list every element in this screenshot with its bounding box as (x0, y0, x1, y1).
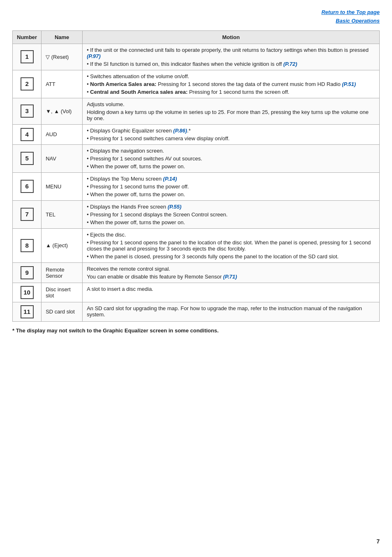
motion-text: • Displays the Hands Free screen (87, 204, 168, 210)
table-row: 4AUD• Displays Graphic Equalizer screen … (13, 124, 380, 144)
motion-text: • Displays Graphic Equalizer screen (87, 128, 173, 134)
table-row: 11SD card slotAn SD card slot for upgrad… (13, 302, 380, 321)
ref-link[interactable]: (P.86) (173, 128, 187, 134)
number-box: 7 (21, 208, 34, 221)
motion-line: • Displays the Top Menu screen (P.14) (87, 176, 375, 182)
motion-line: • When the power off, turns the power on… (87, 191, 375, 197)
motion-line: A slot to insert a disc media. (87, 286, 375, 292)
motion-line: • Pressing for 1 second turns the power … (87, 183, 375, 190)
number-box: 8 (21, 239, 34, 252)
name-cell: MENU (42, 172, 83, 200)
motion-line: • Pressing for 1 second switches camera … (87, 135, 375, 142)
motion-line: Receives the remote control signal. (87, 266, 375, 272)
table-row: 1▽ (Reset)• If the unit or the connected… (13, 44, 380, 70)
number-cell: 7 (13, 200, 42, 228)
basic-ops-link[interactable]: Basic Operations (336, 18, 380, 24)
number-cell: 1 (13, 44, 42, 70)
number-cell: 11 (13, 302, 42, 321)
number-cell: 5 (13, 144, 42, 172)
col-number: Number (13, 30, 42, 44)
name-cell: RemoteSensor (42, 262, 83, 283)
ref-link[interactable]: (P.51) (342, 81, 356, 87)
number-box: 3 (21, 104, 34, 118)
number-box: 1 (21, 50, 34, 63)
motion-rest: Pressing for 1 second stores the tag dat… (157, 81, 342, 87)
name-cell: AUD (42, 124, 83, 144)
motion-rest: Pressing for 1 second turns the screen o… (188, 89, 290, 95)
motion-line: • Switches attenuation of the volume on/… (87, 73, 375, 79)
ref-link[interactable]: (P.72) (283, 61, 297, 67)
motion-cell: • Displays Graphic Equalizer screen (P.8… (83, 124, 380, 144)
number-box: 5 (21, 152, 34, 165)
number-cell: 6 (13, 172, 42, 200)
number-box: 10 (21, 286, 34, 299)
motion-line: • Ejects the disc. (87, 232, 375, 238)
number-cell: 10 (13, 283, 42, 302)
bold-region: North America Sales area: (90, 81, 156, 87)
number-cell: 8 (13, 228, 42, 262)
motion-line: • Pressing for 1 second switches AV out … (87, 155, 375, 162)
name-cell: TEL (42, 200, 83, 228)
motion-cell: • Displays the Top Menu screen (P.14)• P… (83, 172, 380, 200)
motion-line: You can enable or disable this feature b… (87, 274, 375, 280)
col-name: Name (42, 30, 83, 44)
col-motion: Motion (83, 30, 380, 44)
motion-cell: A slot to insert a disc media. (83, 283, 380, 302)
motion-line: • When the power off, turns the power on… (87, 219, 375, 225)
ref-link[interactable]: (P.14) (163, 176, 177, 182)
ref-link[interactable]: (P.97) (87, 53, 101, 59)
motion-cell: • Switches attenuation of the volume on/… (83, 70, 380, 98)
motion-line: Holding down a key turns up the volume i… (87, 109, 375, 121)
motion-line: • Displays the Hands Free screen (P.55) (87, 204, 375, 210)
name-cell: ▽ (Reset) (42, 44, 83, 70)
motion-line: • North America Sales area: Pressing for… (87, 81, 375, 87)
motion-cell: • If the unit or the connected unit fail… (83, 44, 380, 70)
motion-line: • Pressing for 1 second opens the panel … (87, 239, 375, 252)
name-cell: SD card slot (42, 302, 83, 321)
motion-cell: Adjusts volume.Holding down a key turns … (83, 98, 380, 124)
return-top-link[interactable]: Return to the Top page (321, 9, 380, 15)
ref-link[interactable]: (P.71) (223, 274, 237, 280)
motion-line: • Displays Graphic Equalizer screen (P.8… (87, 128, 375, 134)
name-cell: ▼, ▲ (Vol) (42, 98, 83, 124)
name-cell: ATT (42, 70, 83, 98)
number-cell: 9 (13, 262, 42, 283)
table-row: 9RemoteSensorReceives the remote control… (13, 262, 380, 283)
motion-text: • Displays the Top Menu screen (87, 176, 163, 182)
motion-cell: • Ejects the disc.• Pressing for 1 secon… (83, 228, 380, 262)
name-cell: ▲ (Eject) (42, 228, 83, 262)
motion-text: You can enable or disable this feature b… (87, 274, 223, 280)
motion-line: • If the SI function is turned on, this … (87, 61, 375, 67)
table-row: 10Disc insertslotA slot to insert a disc… (13, 283, 380, 302)
motion-cell: • Displays the Hands Free screen (P.55)•… (83, 200, 380, 228)
table-row: 3▼, ▲ (Vol)Adjusts volume.Holding down a… (13, 98, 380, 124)
number-box: 9 (21, 266, 34, 279)
name-cell: NAV (42, 144, 83, 172)
ref-link[interactable]: (P.55) (168, 204, 182, 210)
header-links: Return to the Top page Basic Operations (12, 8, 380, 26)
number-box: 6 (21, 180, 34, 193)
page-number: 7 (376, 538, 380, 545)
number-cell: 3 (13, 98, 42, 124)
motion-line: • When the panel is closed, pressing for… (87, 253, 375, 260)
number-cell: 4 (13, 124, 42, 144)
operations-table: Number Name Motion 1▽ (Reset)• If the un… (12, 30, 380, 322)
motion-cell: • Displays the navigation screen.• Press… (83, 144, 380, 172)
suffix-text: .* (187, 128, 191, 134)
motion-line: Adjusts volume. (87, 101, 375, 107)
name-cell: Disc insertslot (42, 283, 83, 302)
number-box: 11 (21, 305, 34, 318)
motion-text: • If the SI function is turned on, this … (87, 61, 283, 67)
motion-cell: Receives the remote control signal.You c… (83, 262, 380, 283)
motion-line: An SD card slot for upgrading the map. F… (87, 305, 375, 318)
table-row: 5NAV• Displays the navigation screen.• P… (13, 144, 380, 172)
table-header-row: Number Name Motion (13, 30, 380, 44)
motion-line: • If the unit or the connected unit fail… (87, 47, 375, 59)
number-cell: 2 (13, 70, 42, 98)
motion-line: • Central and South America sales area: … (87, 89, 375, 95)
motion-line: • Displays the navigation screen. (87, 148, 375, 154)
table-row: 8▲ (Eject)• Ejects the disc.• Pressing f… (13, 228, 380, 262)
table-row: 7TEL• Displays the Hands Free screen (P.… (13, 200, 380, 228)
number-box: 2 (21, 77, 34, 91)
table-row: 2ATT• Switches attenuation of the volume… (13, 70, 380, 98)
